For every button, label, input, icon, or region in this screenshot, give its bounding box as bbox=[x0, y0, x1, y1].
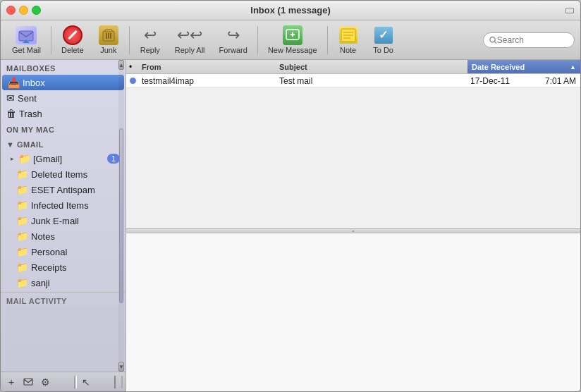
get-mail-small-icon bbox=[23, 377, 33, 387]
sidebar-item-infected[interactable]: 📁 Infected Items bbox=[1, 197, 126, 213]
sidebar-scroll[interactable]: MAILBOXES 📥 Inbox ✉ Sent 🗑 Trash ON MY M… bbox=[1, 60, 126, 292]
reply-button[interactable]: ↩ Reply bbox=[134, 23, 166, 57]
sidebar-item-trash[interactable]: 🗑 Trash bbox=[1, 106, 126, 121]
add-mailbox-button[interactable]: + bbox=[4, 375, 19, 389]
content-area: • From Subject Date Received ▲ testmail4… bbox=[126, 60, 580, 391]
bottom-separator bbox=[74, 376, 77, 388]
search-input[interactable] bbox=[497, 35, 568, 45]
sidebar-item-inbox[interactable]: 📥 Inbox bbox=[2, 75, 124, 90]
sidebar-item-personal[interactable]: 📁 Personal bbox=[1, 244, 126, 259]
sidebar-item-receipts[interactable]: 📁 Receipts bbox=[1, 259, 126, 275]
junk-label: Junk bbox=[100, 46, 116, 54]
window-title: Inbox (1 message) bbox=[250, 5, 330, 16]
receipts-icon: 📁 bbox=[16, 262, 28, 273]
notes-icon: 📁 bbox=[16, 231, 28, 242]
svg-rect-0 bbox=[19, 31, 33, 41]
col-header-subject[interactable]: Subject bbox=[276, 63, 467, 71]
resize-button[interactable] bbox=[565, 6, 575, 16]
preview-pane bbox=[126, 233, 580, 391]
todo-button[interactable]: To Do bbox=[367, 23, 400, 57]
col-header-from[interactable]: From bbox=[139, 63, 276, 71]
sidebar-item-deleted-items[interactable]: 📁 Deleted Items bbox=[1, 166, 126, 182]
close-button[interactable] bbox=[6, 6, 16, 15]
message-subject: Test mail bbox=[276, 76, 467, 86]
sidebar-item-sent[interactable]: ✉ Sent bbox=[1, 90, 126, 106]
resize-grip[interactable] bbox=[114, 376, 123, 388]
message-dot bbox=[126, 78, 139, 84]
infected-icon: 📁 bbox=[16, 200, 28, 211]
sidebar-item-gmail-main[interactable]: ▸ 📁 [Gmail] 1 bbox=[1, 151, 126, 166]
new-message-icon bbox=[282, 26, 303, 44]
new-message-button[interactable]: New Message bbox=[262, 23, 323, 57]
junk-email-icon: 📁 bbox=[16, 215, 28, 226]
scrollbar-track[interactable] bbox=[118, 70, 124, 362]
note-button[interactable]: Note bbox=[332, 23, 365, 57]
scrollbar-down-arrow[interactable]: ▼ bbox=[118, 362, 124, 372]
sidebar-item-junk-email[interactable]: 📁 Junk E-mail bbox=[1, 213, 126, 228]
minimize-button[interactable] bbox=[19, 6, 28, 15]
forward-icon: ↪ bbox=[223, 26, 244, 44]
personal-icon: 📁 bbox=[16, 246, 28, 257]
gmail-collapse-icon: ▼ bbox=[6, 140, 17, 149]
gmail-main-label: [Gmail] bbox=[33, 154, 62, 164]
toolbar-separator-4 bbox=[327, 26, 328, 54]
sent-label: Sent bbox=[18, 93, 37, 104]
table-row[interactable]: testmail4imap Test mail 17-Dec-11 7:01 A… bbox=[126, 74, 580, 88]
trash-label: Trash bbox=[19, 109, 42, 119]
sidebar-item-eset[interactable]: 📁 ESET Antispam bbox=[1, 182, 126, 197]
svg-line-15 bbox=[494, 41, 496, 43]
junk-button[interactable]: Junk bbox=[92, 23, 125, 57]
cursor-button[interactable]: ↖ bbox=[78, 375, 94, 389]
column-headers: • From Subject Date Received ▲ bbox=[126, 60, 580, 74]
sent-icon: ✉ bbox=[6, 92, 15, 104]
scrollbar-up-arrow[interactable]: ▲ bbox=[118, 60, 124, 70]
delete-button[interactable]: Delete bbox=[56, 23, 90, 57]
reply-all-button[interactable]: ↩↩ Reply All bbox=[169, 23, 211, 57]
inbox-icon: 📥 bbox=[8, 77, 20, 88]
get-mail-icon bbox=[16, 26, 37, 44]
reply-all-icon: ↩↩ bbox=[179, 26, 200, 44]
sidebar-item-notes[interactable]: 📁 Notes bbox=[1, 228, 126, 244]
receipts-label: Receipts bbox=[31, 262, 67, 273]
get-mail-small-button[interactable] bbox=[20, 375, 36, 389]
todo-label: To Do bbox=[373, 46, 393, 54]
junk-icon bbox=[98, 26, 119, 44]
mailboxes-header: MAILBOXES bbox=[1, 60, 126, 75]
junk-email-label: Junk E-mail bbox=[31, 216, 79, 226]
sanji-icon: 📁 bbox=[16, 277, 28, 288]
reply-icon: ↩ bbox=[140, 26, 161, 44]
titlebar: Inbox (1 message) bbox=[1, 1, 580, 20]
date-received-label: Date Received bbox=[472, 63, 525, 71]
message-list[interactable]: testmail4imap Test mail 17-Dec-11 7:01 A… bbox=[126, 74, 580, 229]
message-from: testmail4imap bbox=[139, 76, 276, 86]
get-mail-button[interactable]: Get Mail bbox=[6, 23, 47, 57]
mail-activity-label: MAIL ACTIVITY bbox=[6, 297, 120, 305]
deleted-items-label: Deleted Items bbox=[31, 169, 87, 180]
sidebar-scrollbar[interactable]: ▲ ▼ bbox=[118, 60, 124, 372]
main-content: MAILBOXES 📥 Inbox ✉ Sent 🗑 Trash ON MY M… bbox=[1, 60, 580, 391]
reply-all-label: Reply All bbox=[175, 46, 205, 54]
svg-point-14 bbox=[490, 37, 495, 42]
on-my-mac-header: ON MY MAC bbox=[1, 121, 126, 136]
toolbar-separator-1 bbox=[51, 26, 51, 54]
gmail-folder-icon: 📁 bbox=[18, 153, 30, 164]
resize-icon bbox=[565, 8, 574, 13]
todo-icon bbox=[373, 26, 394, 44]
new-message-label: New Message bbox=[268, 46, 317, 54]
maximize-button[interactable] bbox=[32, 6, 41, 15]
note-label: Note bbox=[340, 46, 356, 54]
main-window: Inbox (1 message) Get Mail bbox=[0, 0, 581, 392]
delete-icon bbox=[62, 26, 83, 44]
eset-label: ESET Antispam bbox=[31, 185, 95, 195]
get-mail-label: Get Mail bbox=[12, 46, 41, 54]
notes-label: Notes bbox=[31, 231, 55, 242]
col-header-date[interactable]: Date Received ▲ bbox=[467, 60, 580, 73]
forward-button[interactable]: ↪ Forward bbox=[214, 23, 253, 57]
message-time: 7:01 AM bbox=[538, 76, 580, 86]
sidebar-item-sanji[interactable]: 📁 sanji bbox=[1, 275, 126, 290]
deleted-items-icon: 📁 bbox=[16, 169, 28, 180]
scrollbar-thumb[interactable] bbox=[119, 128, 123, 303]
search-box[interactable] bbox=[483, 32, 575, 48]
settings-button[interactable]: ⚙ bbox=[37, 375, 53, 389]
sidebar-bottom-toolbar: + ⚙ ↖ bbox=[1, 372, 126, 391]
